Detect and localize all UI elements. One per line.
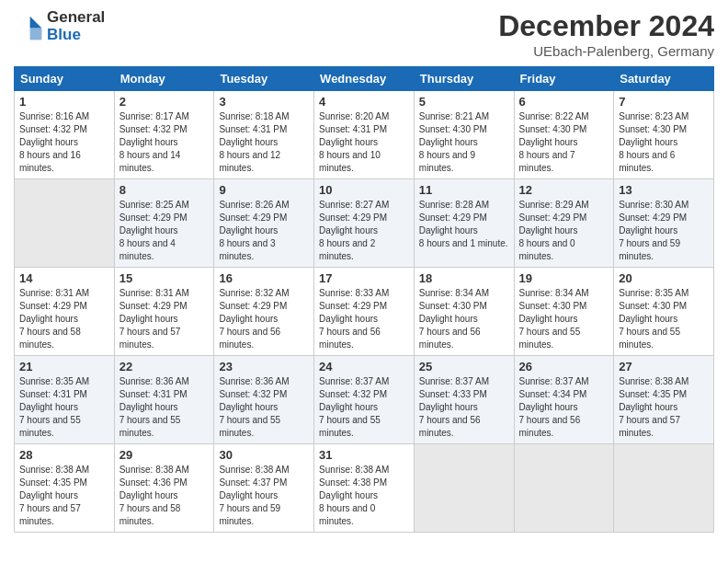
- cell-info: Sunrise: 8:23 AMSunset: 4:30 PMDaylight …: [619, 110, 709, 175]
- day-number: 23: [219, 360, 309, 373]
- cell-info: Sunrise: 8:28 AMSunset: 4:29 PMDaylight …: [419, 199, 509, 250]
- calendar-cell: [614, 444, 714, 533]
- day-number: 18: [419, 271, 509, 285]
- cell-info: Sunrise: 8:22 AMSunset: 4:30 PMDaylight …: [519, 110, 609, 175]
- calendar-cell: 18Sunrise: 8:34 AMSunset: 4:30 PMDayligh…: [414, 268, 514, 356]
- calendar-cell: 5Sunrise: 8:21 AMSunset: 4:30 PMDaylight…: [414, 91, 514, 179]
- cell-info: Sunrise: 8:34 AMSunset: 4:30 PMDaylight …: [519, 287, 609, 351]
- weekday-header-wednesday: Wednesday: [314, 67, 415, 91]
- svg-marker-0: [30, 16, 42, 28]
- calendar-cell: 17Sunrise: 8:33 AMSunset: 4:29 PMDayligh…: [314, 268, 415, 356]
- cell-info: Sunrise: 8:38 AMSunset: 4:37 PMDaylight …: [219, 464, 309, 528]
- day-number: 2: [119, 95, 210, 109]
- day-number: 3: [219, 95, 309, 109]
- weekday-header-sunday: Sunday: [15, 67, 115, 91]
- calendar-cell: 6Sunrise: 8:22 AMSunset: 4:30 PMDaylight…: [514, 91, 614, 179]
- cell-info: Sunrise: 8:16 AMSunset: 4:32 PMDaylight …: [19, 110, 109, 175]
- calendar-week-row: 21Sunrise: 8:35 AMSunset: 4:31 PMDayligh…: [15, 356, 714, 444]
- day-number: 11: [419, 183, 509, 197]
- day-number: 31: [319, 448, 409, 462]
- day-number: 28: [19, 448, 109, 462]
- calendar-cell: 23Sunrise: 8:36 AMSunset: 4:32 PMDayligh…: [214, 356, 314, 444]
- cell-info: Sunrise: 8:38 AMSunset: 4:35 PMDaylight …: [19, 464, 109, 528]
- calendar-cell: 12Sunrise: 8:29 AMSunset: 4:29 PMDayligh…: [514, 179, 614, 268]
- day-number: 22: [119, 360, 210, 373]
- day-number: 4: [319, 95, 409, 109]
- header: General Blue December 2024 UEbach-Palenb…: [14, 9, 714, 59]
- day-number: 16: [219, 271, 309, 285]
- cell-info: Sunrise: 8:32 AMSunset: 4:29 PMDaylight …: [219, 287, 309, 351]
- location: UEbach-Palenberg, Germany: [498, 43, 714, 59]
- cell-info: Sunrise: 8:25 AMSunset: 4:29 PMDaylight …: [119, 199, 210, 263]
- day-number: 30: [219, 448, 309, 462]
- calendar-cell: 22Sunrise: 8:36 AMSunset: 4:31 PMDayligh…: [114, 356, 214, 444]
- cell-info: Sunrise: 8:34 AMSunset: 4:30 PMDaylight …: [419, 287, 509, 351]
- calendar-cell: 14Sunrise: 8:31 AMSunset: 4:29 PMDayligh…: [15, 268, 115, 356]
- day-number: 26: [519, 360, 609, 373]
- cell-info: Sunrise: 8:29 AMSunset: 4:29 PMDaylight …: [519, 199, 609, 263]
- cell-info: Sunrise: 8:20 AMSunset: 4:31 PMDaylight …: [319, 110, 409, 175]
- day-number: 12: [519, 183, 609, 197]
- day-number: 10: [319, 183, 409, 197]
- weekday-header-friday: Friday: [514, 67, 614, 91]
- calendar-cell: 20Sunrise: 8:35 AMSunset: 4:30 PMDayligh…: [614, 268, 714, 356]
- cell-info: Sunrise: 8:35 AMSunset: 4:30 PMDaylight …: [619, 287, 709, 351]
- cell-info: Sunrise: 8:31 AMSunset: 4:29 PMDaylight …: [119, 287, 210, 351]
- cell-info: Sunrise: 8:31 AMSunset: 4:29 PMDaylight …: [19, 287, 109, 351]
- cell-info: Sunrise: 8:36 AMSunset: 4:32 PMDaylight …: [219, 375, 309, 440]
- day-number: 17: [319, 271, 409, 285]
- calendar-cell: 24Sunrise: 8:37 AMSunset: 4:32 PMDayligh…: [314, 356, 415, 444]
- logo-icon: [14, 12, 43, 41]
- cell-info: Sunrise: 8:38 AMSunset: 4:36 PMDaylight …: [119, 464, 210, 528]
- title-block: December 2024 UEbach-Palenberg, Germany: [498, 9, 714, 59]
- weekday-header-thursday: Thursday: [414, 67, 514, 91]
- day-number: 7: [619, 95, 709, 109]
- cell-info: Sunrise: 8:38 AMSunset: 4:38 PMDaylight …: [319, 464, 409, 528]
- day-number: 21: [19, 360, 109, 373]
- calendar-cell: 9Sunrise: 8:26 AMSunset: 4:29 PMDaylight…: [214, 179, 314, 268]
- cell-info: Sunrise: 8:26 AMSunset: 4:29 PMDaylight …: [219, 199, 309, 263]
- calendar-cell: 31Sunrise: 8:38 AMSunset: 4:38 PMDayligh…: [314, 444, 415, 533]
- calendar-cell: 25Sunrise: 8:37 AMSunset: 4:33 PMDayligh…: [414, 356, 514, 444]
- calendar-cell: 21Sunrise: 8:35 AMSunset: 4:31 PMDayligh…: [15, 356, 115, 444]
- day-number: 9: [219, 183, 309, 197]
- cell-info: Sunrise: 8:18 AMSunset: 4:31 PMDaylight …: [219, 110, 309, 175]
- calendar-cell: 19Sunrise: 8:34 AMSunset: 4:30 PMDayligh…: [514, 268, 614, 356]
- cell-info: Sunrise: 8:30 AMSunset: 4:29 PMDaylight …: [619, 199, 709, 263]
- day-number: 14: [19, 271, 109, 285]
- logo: General Blue: [14, 9, 105, 43]
- calendar-cell: 1Sunrise: 8:16 AMSunset: 4:32 PMDaylight…: [15, 91, 115, 179]
- calendar-cell: 13Sunrise: 8:30 AMSunset: 4:29 PMDayligh…: [614, 179, 714, 268]
- day-number: 19: [519, 271, 609, 285]
- cell-info: Sunrise: 8:27 AMSunset: 4:29 PMDaylight …: [319, 199, 409, 263]
- day-number: 5: [419, 95, 509, 109]
- weekday-header-monday: Monday: [114, 67, 214, 91]
- calendar-cell: 27Sunrise: 8:38 AMSunset: 4:35 PMDayligh…: [614, 356, 714, 444]
- calendar-cell: 11Sunrise: 8:28 AMSunset: 4:29 PMDayligh…: [414, 179, 514, 268]
- logo-text: General Blue: [47, 9, 105, 43]
- cell-info: Sunrise: 8:38 AMSunset: 4:35 PMDaylight …: [619, 375, 709, 440]
- calendar-cell: 7Sunrise: 8:23 AMSunset: 4:30 PMDaylight…: [614, 91, 714, 179]
- calendar-cell: [514, 444, 614, 533]
- calendar-week-row: 28Sunrise: 8:38 AMSunset: 4:35 PMDayligh…: [15, 444, 714, 533]
- calendar-cell: 30Sunrise: 8:38 AMSunset: 4:37 PMDayligh…: [214, 444, 314, 533]
- calendar-cell: 3Sunrise: 8:18 AMSunset: 4:31 PMDaylight…: [214, 91, 314, 179]
- cell-info: Sunrise: 8:37 AMSunset: 4:34 PMDaylight …: [519, 375, 609, 440]
- day-number: 6: [519, 95, 609, 109]
- calendar-cell: [414, 444, 514, 533]
- month-title: December 2024: [498, 9, 714, 43]
- svg-marker-1: [30, 28, 42, 40]
- calendar-cell: 8Sunrise: 8:25 AMSunset: 4:29 PMDaylight…: [114, 179, 214, 268]
- calendar-cell: 29Sunrise: 8:38 AMSunset: 4:36 PMDayligh…: [114, 444, 214, 533]
- day-number: 20: [619, 271, 709, 285]
- calendar-table: SundayMondayTuesdayWednesdayThursdayFrid…: [14, 66, 714, 533]
- calendar-cell: 4Sunrise: 8:20 AMSunset: 4:31 PMDaylight…: [314, 91, 415, 179]
- calendar-week-row: 8Sunrise: 8:25 AMSunset: 4:29 PMDaylight…: [15, 179, 714, 268]
- day-number: 25: [419, 360, 509, 373]
- calendar-page: General Blue December 2024 UEbach-Palenb…: [0, 0, 728, 563]
- calendar-cell: 10Sunrise: 8:27 AMSunset: 4:29 PMDayligh…: [314, 179, 415, 268]
- calendar-cell: 26Sunrise: 8:37 AMSunset: 4:34 PMDayligh…: [514, 356, 614, 444]
- calendar-cell: 16Sunrise: 8:32 AMSunset: 4:29 PMDayligh…: [214, 268, 314, 356]
- cell-info: Sunrise: 8:17 AMSunset: 4:32 PMDaylight …: [119, 110, 210, 175]
- day-number: 24: [319, 360, 409, 373]
